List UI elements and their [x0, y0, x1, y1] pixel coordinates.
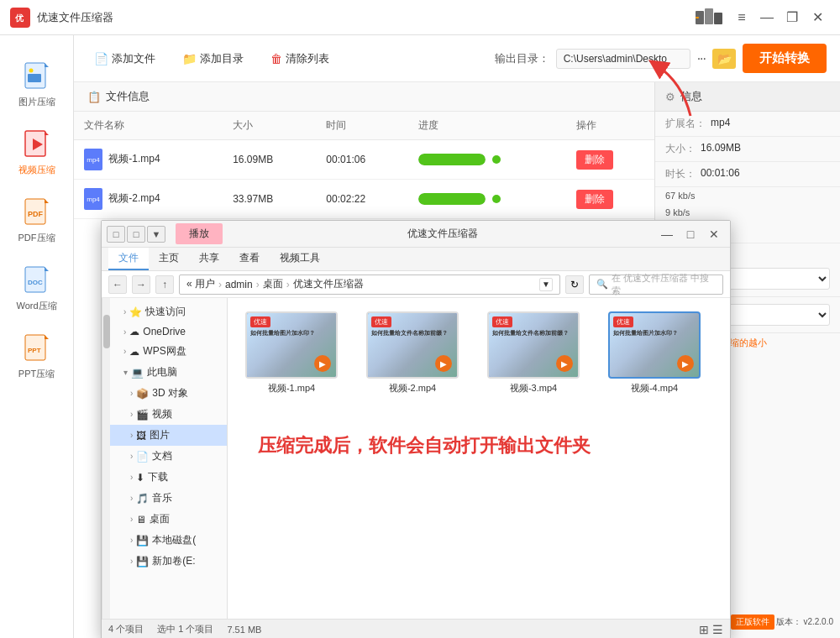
close-btn[interactable]: ✕	[805, 6, 830, 29]
sidebar-item-ppt[interactable]: PPT PPT压缩	[0, 322, 73, 390]
explorer-minimize-btn[interactable]: —	[656, 225, 678, 243]
video3-label: 视频-3.mp4	[510, 382, 557, 395]
ribbon-tab-share[interactable]: 共享	[189, 248, 229, 270]
sidebar-item-image[interactable]: 图片压缩	[0, 50, 73, 118]
file-thumb-video2[interactable]: 优速 如何批量给文件名称加前缀？ ▶ 视频-2.mp4	[362, 311, 463, 395]
sidebar-label-ppt: PPT压缩	[18, 368, 55, 380]
add-dir-btn[interactable]: 📁 添加目录	[176, 48, 250, 70]
chevron-icon: ›	[130, 473, 133, 482]
sidebar-item-video[interactable]: 视频压缩	[0, 118, 73, 186]
explorer-app-name: 优速文件压缩器	[233, 227, 653, 241]
sidebar-item-word[interactable]: DOC Word压缩	[0, 254, 73, 322]
videos-label: 视频	[152, 407, 172, 421]
ribbon-tab-file[interactable]: 文件	[108, 248, 149, 270]
output-path-display: C:\Users\admin\Deskto	[556, 49, 690, 69]
music-icon: 🎵	[136, 493, 149, 505]
pictures-label: 图片	[150, 428, 170, 442]
computer-label: 此电脑	[147, 365, 177, 379]
file-thumb-video1[interactable]: 优速 如何批量给图片加水印？ ▶ 视频-1.mp4	[241, 311, 342, 395]
output-folder-btn[interactable]: 📂	[712, 49, 736, 69]
explorer-icon-btn-3[interactable]: ▼	[147, 226, 165, 243]
sidebar-item-localdisk[interactable]: › 💾 本地磁盘(	[110, 530, 227, 551]
info-panel-header: ⚙ 信息	[655, 82, 840, 112]
ppt-icon: PPT	[24, 332, 50, 364]
thumb-text: 如何批量给文件名称加前缀？	[371, 329, 448, 337]
sidebar-item-pdf[interactable]: PDF PDF压缩	[0, 186, 73, 254]
svg-text:DOC: DOC	[28, 279, 43, 286]
explorer-win-buttons: — □ ✕	[656, 225, 725, 243]
explorer-maximize-btn[interactable]: □	[680, 225, 701, 243]
computer-icon: 💻	[131, 367, 144, 379]
delete-btn-1[interactable]: 删除	[576, 150, 613, 170]
app-title: 优速文件压缩器	[37, 10, 696, 25]
newvol-label: 新加卷(E:	[152, 554, 195, 568]
nav-back-btn[interactable]: ←	[108, 275, 127, 294]
sidebar-item-desktop[interactable]: › 🖥 桌面	[110, 509, 227, 530]
video4-thumbnail: 优速 如何批量给图片加水印？ ▶	[608, 311, 701, 379]
explorer-icon-btn-2[interactable]: □	[127, 226, 145, 243]
sidebar-item-music[interactable]: › 🎵 音乐	[110, 488, 227, 509]
address-dropdown-btn[interactable]: ▼	[539, 278, 553, 291]
play-tab[interactable]: 播放	[176, 223, 223, 244]
nav-forward-btn[interactable]: →	[132, 275, 150, 294]
sidebar-label-image: 图片压缩	[18, 96, 55, 108]
action-bar: 📄 添加文件 📁 添加目录 🗑 清除列表 输出目录： C:\Users\admi…	[74, 35, 840, 82]
file-thumb-video4[interactable]: 优速 如何批量给图片加水印？ ▶ 视频-4.mp4	[604, 311, 705, 395]
ribbon-tab-view[interactable]: 查看	[229, 248, 270, 270]
list-view-btn[interactable]: ☰	[712, 623, 723, 636]
svg-marker-11	[45, 131, 49, 135]
thumb-brand: 优速	[492, 316, 512, 327]
file-progress-1	[408, 140, 566, 180]
start-convert-btn[interactable]: 开始转换	[743, 44, 827, 73]
video4-label: 视频-4.mp4	[631, 382, 678, 395]
maximize-btn[interactable]: ❐	[780, 6, 805, 29]
file-explorer: □ □ ▼ 播放 优速文件压缩器 — □ ✕ 文件 主页 共享 查看 视频工具 …	[101, 220, 731, 638]
scrollbar[interactable]	[102, 298, 110, 619]
nav-refresh-btn[interactable]: ↻	[565, 275, 584, 294]
address-bar[interactable]: « 用户 › admin › 桌面 › 优速文件压缩器 ▼	[179, 275, 560, 295]
delete-btn-2[interactable]: 删除	[576, 190, 613, 209]
sidebar-item-wps[interactable]: › ☁ WPS网盘	[110, 341, 227, 362]
sidebar-item-3d[interactable]: › 📦 3D 对象	[110, 383, 227, 404]
sidebar-item-pictures[interactable]: › 🖼 图片	[110, 425, 227, 446]
grid-view-btn[interactable]: ⊞	[699, 623, 709, 636]
chevron-icon: ›	[130, 452, 133, 461]
explorer-body: › ⭐ 快速访问 › ☁ OneDrive › ☁ WPS网盘	[102, 298, 730, 619]
sidebar-label-video: 视频压缩	[18, 164, 55, 176]
settings-btn[interactable]: ≡	[729, 6, 754, 29]
sidebar-item-newvol[interactable]: › 💾 新加卷(E:	[110, 551, 227, 572]
clear-list-btn[interactable]: 🗑 清除列表	[264, 48, 336, 70]
svg-rect-8	[28, 74, 41, 82]
minimize-btn[interactable]: —	[754, 6, 780, 29]
app-logo: 优	[10, 8, 30, 28]
file-thumb-video3[interactable]: 优速 如何批量给文件名称加前缀？ ▶ 视频-3.mp4	[483, 311, 584, 395]
explorer-navbar: ← → ↑ « 用户 › admin › 桌面 › 优速文件压缩器 ▼ ↻ 🔍 …	[102, 271, 730, 298]
add-file-btn[interactable]: 📄 添加文件	[87, 48, 162, 70]
thumb-text: 如何批量给图片加水印？	[613, 329, 678, 337]
wps-label: WPS网盘	[143, 344, 186, 358]
sidebar-item-computer[interactable]: ▾ 💻 此电脑	[110, 362, 227, 383]
info-speed2: 9 kb/s	[655, 204, 840, 221]
docs-icon: 📄	[136, 451, 149, 463]
svg-point-9	[29, 69, 33, 73]
ribbon-tab-home[interactable]: 主页	[149, 248, 189, 270]
output-more-btn[interactable]: ···	[697, 51, 706, 66]
ribbon-tab-video[interactable]: 视频工具	[270, 248, 330, 270]
explorer-close-btn[interactable]: ✕	[703, 225, 725, 243]
thumb-text: 如何批量给文件名称加前缀？	[492, 329, 569, 337]
thumb-brand: 优速	[371, 316, 391, 327]
sidebar-item-docs[interactable]: › 📄 文档	[110, 446, 227, 467]
explorer-icon-btn-1[interactable]: □	[107, 226, 125, 243]
sidebar-label-word: Word压缩	[16, 300, 56, 312]
sidebar-item-quickaccess[interactable]: › ⭐ 快速访问	[110, 301, 227, 322]
info-duration-value: 00:01:06	[701, 167, 740, 181]
file-size-2: 33.97MB	[223, 180, 316, 219]
sidebar-item-videos[interactable]: › 🎬 视频	[110, 404, 227, 425]
svg-rect-5	[696, 17, 699, 18]
sidebar-item-onedrive[interactable]: › ☁ OneDrive	[110, 322, 227, 341]
thumb-brand: 优速	[613, 316, 633, 327]
sidebar-item-downloads[interactable]: › ⬇ 下载	[110, 467, 227, 488]
search-bar[interactable]: 🔍 在 优速文件压缩器 中搜索	[589, 275, 723, 295]
desktop-label: 桌面	[150, 512, 170, 526]
nav-up-btn[interactable]: ↑	[155, 275, 174, 294]
